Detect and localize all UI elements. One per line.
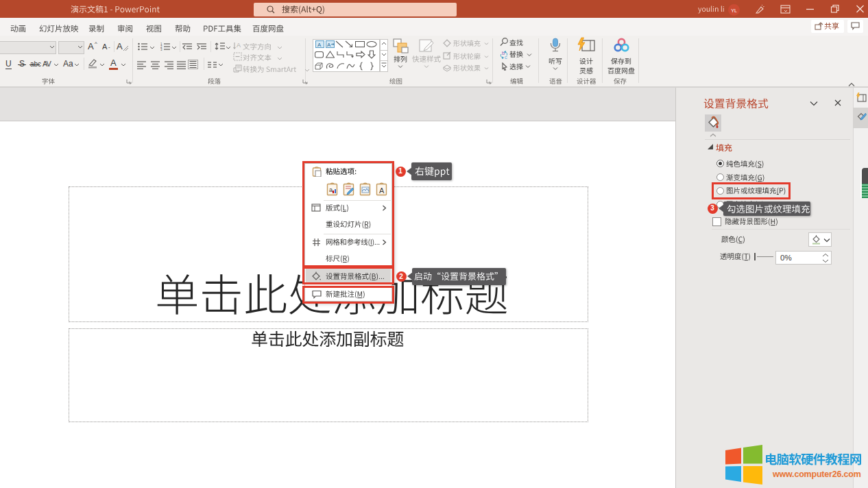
svg-text:A: A (237, 42, 241, 49)
svg-text:A: A (317, 42, 322, 48)
svg-text:3: 3 (160, 48, 162, 51)
svg-text:A: A (327, 42, 331, 48)
